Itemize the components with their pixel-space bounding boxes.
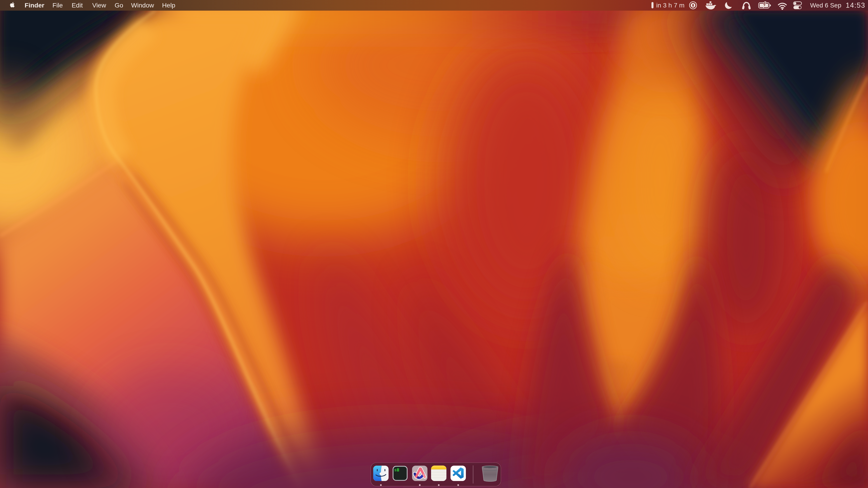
svg-text:Wed 6 Sep: Wed 6 Sep: [810, 2, 841, 9]
svg-text:in 3 h 7 m: in 3 h 7 m: [656, 2, 684, 9]
svg-text:File: File: [53, 2, 63, 9]
svg-text:Window: Window: [131, 2, 154, 9]
svg-text:View: View: [92, 2, 106, 9]
svg-text:$: $: [395, 468, 397, 473]
svg-text:Go: Go: [115, 2, 123, 9]
svg-text:14:53: 14:53: [846, 1, 865, 9]
svg-text:Edit: Edit: [72, 2, 83, 9]
svg-text:Finder: Finder: [25, 2, 44, 9]
svg-text:Help: Help: [162, 2, 176, 9]
